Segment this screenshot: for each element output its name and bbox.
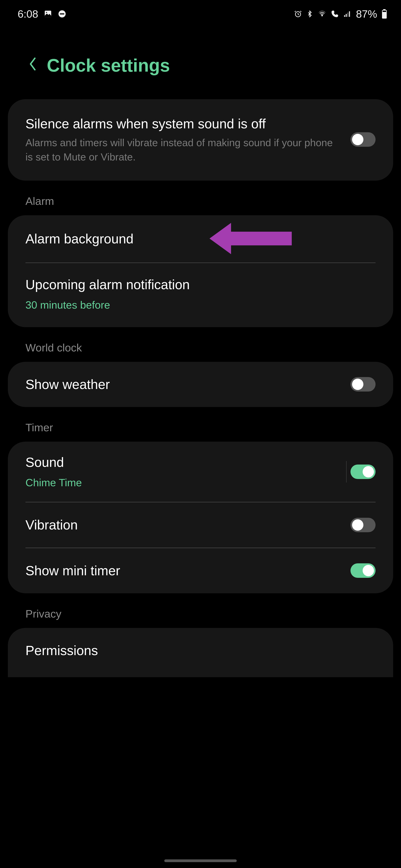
section-header-timer: Timer xyxy=(0,407,401,442)
alarm-background-title: Alarm background xyxy=(25,230,376,248)
setting-content: Sound Chime Time xyxy=(25,453,335,490)
svg-rect-6 xyxy=(344,15,345,17)
call-icon xyxy=(331,10,339,18)
silence-alarms-title: Silence alarms when system sound is off xyxy=(25,115,339,133)
svg-rect-3 xyxy=(60,13,64,14)
toggle-knob xyxy=(352,379,364,390)
toggle-knob xyxy=(363,565,374,576)
separator xyxy=(346,461,347,483)
svg-rect-7 xyxy=(346,14,347,17)
battery-icon xyxy=(381,9,387,19)
sound-row[interactable]: Sound Chime Time xyxy=(8,442,393,502)
sound-title: Sound xyxy=(25,453,335,471)
setting-content: Show mini timer xyxy=(25,562,339,580)
vibration-toggle[interactable] xyxy=(350,518,376,532)
sound-toggle[interactable] xyxy=(350,465,376,479)
section-header-alarm: Alarm xyxy=(0,181,401,215)
setting-content: Permissions xyxy=(25,642,376,660)
toggle-knob xyxy=(352,519,364,531)
toggle-wrap xyxy=(346,461,376,483)
vibration-row[interactable]: Vibration xyxy=(8,502,393,548)
section-header-worldclock: World clock xyxy=(0,327,401,362)
svg-rect-12 xyxy=(382,10,386,12)
upcoming-alarm-row[interactable]: Upcoming alarm notification 30 minutes b… xyxy=(8,263,393,327)
status-right: 87% xyxy=(294,8,387,20)
show-weather-title: Show weather xyxy=(25,375,339,394)
arrow-annotation xyxy=(209,223,292,255)
status-left: 6:08 xyxy=(18,8,66,20)
privacy-card: Permissions xyxy=(8,628,393,677)
home-indicator[interactable] xyxy=(164,859,237,862)
dnd-icon xyxy=(58,9,66,18)
silence-alarms-subtitle: Alarms and timers will vibrate instead o… xyxy=(25,135,339,164)
clock-time: 6:08 xyxy=(18,8,38,20)
section-header-privacy: Privacy xyxy=(0,593,401,628)
battery-percent: 87% xyxy=(356,8,377,20)
vibration-title: Vibration xyxy=(25,516,339,534)
silence-alarms-card: Silence alarms when system sound is off … xyxy=(8,99,393,181)
svg-point-1 xyxy=(46,12,47,13)
show-mini-timer-toggle[interactable] xyxy=(350,563,376,578)
bluetooth-icon xyxy=(306,9,313,18)
sound-subtitle: Chime Time xyxy=(25,475,335,490)
silence-alarms-row[interactable]: Silence alarms when system sound is off … xyxy=(8,99,393,181)
setting-content: Show weather xyxy=(25,375,339,394)
svg-rect-10 xyxy=(383,9,385,10)
setting-content: Upcoming alarm notification 30 minutes b… xyxy=(25,276,376,312)
timer-card: Sound Chime Time Vibration Show mini tim… xyxy=(8,442,393,593)
header: Clock settings xyxy=(0,26,401,99)
toggle-knob xyxy=(352,134,364,145)
permissions-row[interactable]: Permissions xyxy=(8,628,393,677)
show-weather-toggle[interactable] xyxy=(350,377,376,392)
toggle-knob xyxy=(363,466,374,477)
gallery-icon xyxy=(44,9,52,18)
permissions-title: Permissions xyxy=(25,642,376,660)
alarm-card: Alarm background Upcoming alarm notifica… xyxy=(8,215,393,327)
back-button[interactable] xyxy=(28,57,37,74)
alarm-background-row[interactable]: Alarm background xyxy=(8,215,393,262)
svg-rect-8 xyxy=(347,12,348,17)
setting-content: Vibration xyxy=(25,516,339,534)
worldclock-card: Show weather xyxy=(8,362,393,407)
svg-point-5 xyxy=(321,15,322,16)
wifi-icon xyxy=(318,10,326,18)
svg-rect-9 xyxy=(349,11,350,17)
setting-content: Alarm background xyxy=(25,230,376,248)
page-title: Clock settings xyxy=(47,55,170,76)
signal-icon xyxy=(343,10,352,18)
upcoming-alarm-subtitle: 30 minutes before xyxy=(25,298,376,312)
upcoming-alarm-title: Upcoming alarm notification xyxy=(25,276,376,294)
setting-content: Silence alarms when system sound is off … xyxy=(25,115,339,164)
show-mini-timer-row[interactable]: Show mini timer xyxy=(8,548,393,593)
show-weather-row[interactable]: Show weather xyxy=(8,362,393,407)
silence-alarms-toggle[interactable] xyxy=(350,132,376,147)
status-bar: 6:08 87% xyxy=(0,0,401,26)
show-mini-timer-title: Show mini timer xyxy=(25,562,339,580)
alarm-icon xyxy=(294,10,302,18)
